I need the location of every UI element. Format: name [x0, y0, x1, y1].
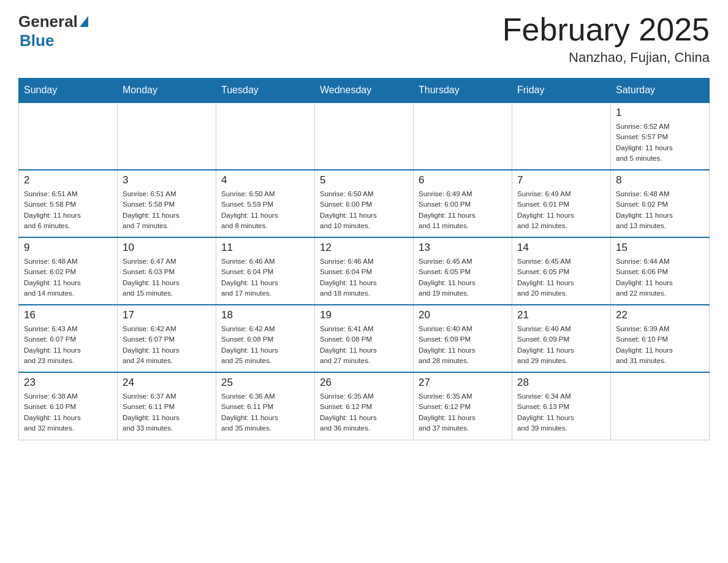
calendar-cell: 18Sunrise: 6:42 AMSunset: 6:08 PMDayligh… — [216, 305, 315, 372]
column-header-friday: Friday — [512, 79, 611, 103]
day-number: 24 — [123, 377, 211, 389]
calendar-cell: 14Sunrise: 6:45 AMSunset: 6:05 PMDayligh… — [512, 237, 611, 305]
calendar-cell: 9Sunrise: 6:48 AMSunset: 6:02 PMDaylight… — [19, 237, 118, 305]
day-info: Sunrise: 6:50 AMSunset: 5:59 PMDaylight:… — [221, 189, 309, 231]
day-info: Sunrise: 6:36 AMSunset: 6:11 PMDaylight:… — [221, 391, 309, 434]
calendar-cell: 8Sunrise: 6:48 AMSunset: 6:02 PMDaylight… — [611, 170, 710, 237]
day-info: Sunrise: 6:45 AMSunset: 6:05 PMDaylight:… — [419, 256, 507, 299]
day-info: Sunrise: 6:46 AMSunset: 6:04 PMDaylight:… — [320, 256, 408, 299]
day-number: 4 — [221, 174, 309, 186]
day-number: 15 — [616, 242, 704, 254]
day-number: 23 — [24, 377, 112, 389]
day-number: 18 — [221, 309, 309, 321]
day-number: 11 — [221, 242, 309, 254]
calendar-cell: 2Sunrise: 6:51 AMSunset: 5:58 PMDaylight… — [19, 170, 118, 237]
month-title: February 2025 — [502, 12, 710, 47]
calendar-cell: 28Sunrise: 6:34 AMSunset: 6:13 PMDayligh… — [512, 372, 611, 440]
day-info: Sunrise: 6:40 AMSunset: 6:09 PMDaylight:… — [419, 324, 507, 366]
day-info: Sunrise: 6:41 AMSunset: 6:08 PMDaylight:… — [320, 324, 408, 366]
day-number: 8 — [616, 174, 704, 186]
calendar-cell: 23Sunrise: 6:38 AMSunset: 6:10 PMDayligh… — [19, 372, 118, 440]
logo-general-text: General — [18, 12, 78, 31]
column-header-monday: Monday — [118, 79, 216, 103]
calendar-cell: 13Sunrise: 6:45 AMSunset: 6:05 PMDayligh… — [414, 237, 512, 305]
calendar-cell: 12Sunrise: 6:46 AMSunset: 6:04 PMDayligh… — [315, 237, 414, 305]
day-number: 17 — [123, 309, 211, 321]
calendar-cell: 1Sunrise: 6:52 AMSunset: 5:57 PMDaylight… — [611, 102, 710, 170]
calendar-cell: 24Sunrise: 6:37 AMSunset: 6:11 PMDayligh… — [118, 372, 216, 440]
day-number: 2 — [24, 174, 112, 186]
day-number: 25 — [221, 377, 309, 389]
day-number: 28 — [517, 377, 605, 389]
calendar-table: SundayMondayTuesdayWednesdayThursdayFrid… — [18, 78, 710, 440]
day-info: Sunrise: 6:43 AMSunset: 6:07 PMDaylight:… — [24, 324, 112, 366]
day-info: Sunrise: 6:50 AMSunset: 6:00 PMDaylight:… — [320, 189, 408, 231]
calendar-cell: 20Sunrise: 6:40 AMSunset: 6:09 PMDayligh… — [414, 305, 512, 372]
week-row-2: 2Sunrise: 6:51 AMSunset: 5:58 PMDaylight… — [19, 170, 710, 237]
column-header-thursday: Thursday — [414, 79, 512, 103]
calendar-cell — [414, 102, 512, 170]
calendar-cell — [611, 372, 710, 440]
calendar-cell: 21Sunrise: 6:40 AMSunset: 6:09 PMDayligh… — [512, 305, 611, 372]
day-number: 10 — [123, 242, 211, 254]
day-info: Sunrise: 6:45 AMSunset: 6:05 PMDaylight:… — [517, 256, 605, 299]
week-row-5: 23Sunrise: 6:38 AMSunset: 6:10 PMDayligh… — [19, 372, 710, 440]
calendar-cell: 19Sunrise: 6:41 AMSunset: 6:08 PMDayligh… — [315, 305, 414, 372]
calendar-cell: 16Sunrise: 6:43 AMSunset: 6:07 PMDayligh… — [19, 305, 118, 372]
day-info: Sunrise: 6:44 AMSunset: 6:06 PMDaylight:… — [616, 256, 704, 299]
day-info: Sunrise: 6:35 AMSunset: 6:12 PMDaylight:… — [320, 391, 408, 434]
calendar-cell — [216, 102, 315, 170]
day-number: 9 — [24, 242, 112, 254]
day-number: 19 — [320, 309, 408, 321]
calendar-cell: 4Sunrise: 6:50 AMSunset: 5:59 PMDaylight… — [216, 170, 315, 237]
day-info: Sunrise: 6:38 AMSunset: 6:10 PMDaylight:… — [24, 391, 112, 434]
logo: General Blue — [18, 12, 88, 50]
day-info: Sunrise: 6:35 AMSunset: 6:12 PMDaylight:… — [419, 391, 507, 434]
column-header-saturday: Saturday — [611, 79, 710, 103]
day-number: 21 — [517, 309, 605, 321]
calendar-cell: 22Sunrise: 6:39 AMSunset: 6:10 PMDayligh… — [611, 305, 710, 372]
calendar-cell — [118, 102, 216, 170]
day-info: Sunrise: 6:34 AMSunset: 6:13 PMDaylight:… — [517, 391, 605, 434]
day-info: Sunrise: 6:42 AMSunset: 6:07 PMDaylight:… — [123, 324, 211, 366]
calendar-header-row: SundayMondayTuesdayWednesdayThursdayFrid… — [19, 79, 710, 103]
calendar-cell: 7Sunrise: 6:49 AMSunset: 6:01 PMDaylight… — [512, 170, 611, 237]
week-row-3: 9Sunrise: 6:48 AMSunset: 6:02 PMDaylight… — [19, 237, 710, 305]
day-number: 27 — [419, 377, 507, 389]
column-header-wednesday: Wednesday — [315, 79, 414, 103]
calendar-cell: 27Sunrise: 6:35 AMSunset: 6:12 PMDayligh… — [414, 372, 512, 440]
calendar-cell: 6Sunrise: 6:49 AMSunset: 6:00 PMDaylight… — [414, 170, 512, 237]
calendar-cell: 15Sunrise: 6:44 AMSunset: 6:06 PMDayligh… — [611, 237, 710, 305]
day-number: 26 — [320, 377, 408, 389]
title-block: February 2025 Nanzhao, Fujian, China — [502, 12, 710, 66]
calendar-cell — [19, 102, 118, 170]
day-info: Sunrise: 6:39 AMSunset: 6:10 PMDaylight:… — [616, 324, 704, 366]
day-info: Sunrise: 6:42 AMSunset: 6:08 PMDaylight:… — [221, 324, 309, 366]
column-header-tuesday: Tuesday — [216, 79, 315, 103]
location-title: Nanzhao, Fujian, China — [502, 50, 710, 66]
day-number: 5 — [320, 174, 408, 186]
calendar-cell: 10Sunrise: 6:47 AMSunset: 6:03 PMDayligh… — [118, 237, 216, 305]
calendar-cell: 26Sunrise: 6:35 AMSunset: 6:12 PMDayligh… — [315, 372, 414, 440]
calendar-cell — [512, 102, 611, 170]
day-number: 13 — [419, 242, 507, 254]
day-number: 22 — [616, 309, 704, 321]
day-info: Sunrise: 6:40 AMSunset: 6:09 PMDaylight:… — [517, 324, 605, 366]
day-info: Sunrise: 6:49 AMSunset: 6:00 PMDaylight:… — [419, 189, 507, 231]
day-info: Sunrise: 6:48 AMSunset: 6:02 PMDaylight:… — [616, 189, 704, 231]
calendar-cell: 5Sunrise: 6:50 AMSunset: 6:00 PMDaylight… — [315, 170, 414, 237]
calendar-cell: 17Sunrise: 6:42 AMSunset: 6:07 PMDayligh… — [118, 305, 216, 372]
day-number: 1 — [616, 107, 704, 119]
logo-triangle-icon — [80, 16, 88, 27]
logo-blue-text: Blue — [20, 31, 54, 50]
day-info: Sunrise: 6:52 AMSunset: 5:57 PMDaylight:… — [616, 121, 704, 164]
week-row-4: 16Sunrise: 6:43 AMSunset: 6:07 PMDayligh… — [19, 305, 710, 372]
day-number: 6 — [419, 174, 507, 186]
calendar-cell: 11Sunrise: 6:46 AMSunset: 6:04 PMDayligh… — [216, 237, 315, 305]
day-number: 3 — [123, 174, 211, 186]
calendar-cell — [315, 102, 414, 170]
day-info: Sunrise: 6:51 AMSunset: 5:58 PMDaylight:… — [123, 189, 211, 231]
calendar-cell: 3Sunrise: 6:51 AMSunset: 5:58 PMDaylight… — [118, 170, 216, 237]
day-info: Sunrise: 6:49 AMSunset: 6:01 PMDaylight:… — [517, 189, 605, 231]
calendar-cell: 25Sunrise: 6:36 AMSunset: 6:11 PMDayligh… — [216, 372, 315, 440]
